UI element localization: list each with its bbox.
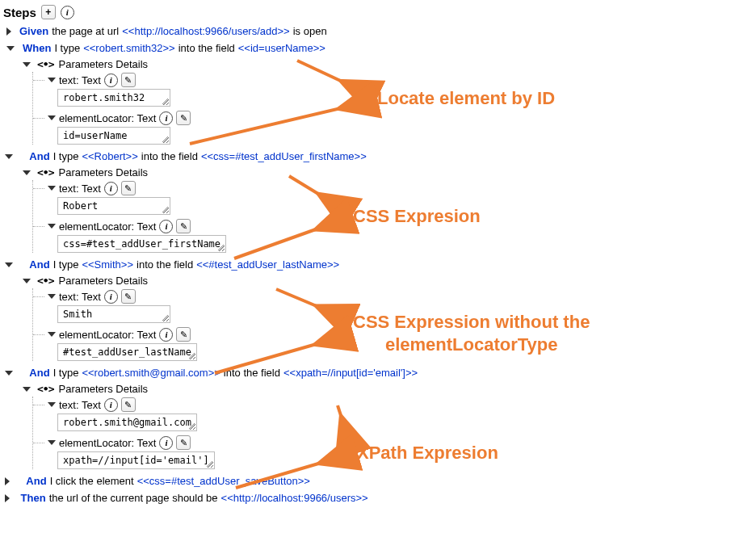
steps-header: Steps + i (3, 3, 756, 23)
step-keyword: And (21, 258, 50, 271)
info-icon[interactable]: i (104, 398, 118, 412)
step-keyword: Then (18, 492, 46, 504)
edit-button[interactable]: ✎ (176, 111, 191, 125)
info-icon[interactable]: i (159, 111, 173, 125)
step-param[interactable]: <<http://localhost:9966/users/add>> (122, 25, 289, 37)
param-text-label: text: Text (59, 291, 101, 303)
expand-toggle-icon[interactable] (48, 186, 56, 191)
param-locator-row: elementLocator: Text i✎#test_addUser_las… (33, 326, 756, 361)
param-text-value[interactable]: Smith (57, 305, 170, 323)
code-icon: <•> (37, 383, 53, 395)
param-text-row: text: Text i✎robert.smith32 (33, 72, 756, 107)
info-icon[interactable]: i (104, 182, 118, 195)
expand-toggle-icon[interactable] (48, 224, 56, 229)
step-keyword: When (23, 42, 51, 54)
step-row: And I type <<Smith>> into the field <<#t… (3, 256, 756, 273)
param-locator-value[interactable]: #test_addUser_lastName (57, 343, 197, 361)
param-text-value[interactable]: robert.smith32 (57, 89, 170, 107)
expand-toggle-icon[interactable] (48, 294, 56, 299)
parameters-details-label: Parameters Details (58, 58, 148, 70)
parameters-tree: text: Text i✎robert.smith@gmail.comeleme… (32, 397, 756, 469)
parameters-tree: text: Text i✎SmithelementLocator: Text i… (32, 288, 756, 361)
expand-toggle-icon[interactable] (5, 262, 13, 267)
edit-button[interactable]: ✎ (176, 219, 191, 233)
param-text-row: text: Text i✎Smith (33, 288, 756, 323)
expand-toggle-icon[interactable] (5, 477, 10, 485)
parameters-details-label: Parameters Details (58, 275, 148, 287)
param-locator-value[interactable]: id=userName (57, 127, 170, 145)
expand-toggle-icon[interactable] (6, 27, 11, 36)
step-row: And I click the element <<css=#test_addU… (3, 472, 756, 489)
edit-button[interactable]: ✎ (121, 289, 136, 304)
code-icon: <•> (37, 275, 53, 287)
param-locator-value[interactable]: xpath=//input[id='email'] (57, 451, 215, 469)
info-icon[interactable]: i (159, 328, 173, 342)
expand-toggle-icon[interactable] (23, 170, 31, 175)
expand-toggle-icon[interactable] (23, 387, 31, 392)
param-text-row: text: Text i✎Robert (33, 180, 756, 215)
param-locator-label: elementLocator: Text (59, 329, 156, 341)
parameters-details-header: <•>Parameters Details (23, 273, 756, 288)
step-keyword: And (21, 367, 50, 379)
info-icon[interactable]: i (104, 73, 118, 87)
step-keyword: Given (19, 25, 48, 37)
step-param[interactable]: <<css=#test_addUser_firstName>> (201, 150, 367, 162)
step-param[interactable]: <<Robert>> (82, 150, 137, 162)
step-text: into the field (136, 258, 193, 271)
expand-toggle-icon[interactable] (5, 154, 13, 159)
expand-toggle-icon[interactable] (5, 371, 13, 376)
step-text: I type (54, 42, 80, 54)
step-param[interactable]: <<xpath=//input[id='email']>> (284, 367, 418, 379)
add-step-button[interactable]: + (41, 5, 56, 19)
edit-button[interactable]: ✎ (176, 327, 191, 342)
step-param[interactable]: <<#test_addUser_lastName>> (196, 258, 339, 271)
expand-toggle-icon[interactable] (48, 440, 56, 445)
param-text-row: text: Text i✎robert.smith@gmail.com (33, 397, 756, 431)
expand-toggle-icon[interactable] (6, 46, 15, 51)
param-locator-row: elementLocator: Text i✎css=#test_addUser… (33, 218, 756, 253)
steps-title: Steps (3, 6, 36, 19)
expand-toggle-icon[interactable] (5, 494, 10, 502)
edit-button[interactable]: ✎ (121, 181, 136, 195)
param-text-value[interactable]: robert.smith@gmail.com (57, 414, 197, 431)
step-text: the url of the current page should be (49, 492, 218, 504)
expand-toggle-icon[interactable] (48, 332, 56, 337)
step-param[interactable]: <<css=#test_addUser_saveButton>> (137, 475, 310, 487)
code-icon: <•> (37, 58, 53, 70)
step-row: And I type <<robert.smith@gmail.com>> in… (3, 364, 756, 381)
code-icon: <•> (37, 166, 53, 178)
parameters-tree: text: Text i✎robert.smith32elementLocato… (32, 72, 756, 145)
step-param[interactable]: <<Smith>> (82, 258, 133, 271)
step-keyword: And (18, 475, 47, 487)
step-text: the page at url (52, 25, 119, 37)
step-text: into the field (178, 42, 235, 54)
expand-toggle-icon[interactable] (48, 78, 56, 82)
edit-button[interactable]: ✎ (176, 435, 191, 450)
step-param[interactable]: <<robert.smith32>> (83, 42, 174, 54)
edit-button[interactable]: ✎ (121, 397, 136, 412)
step-row: When I type <<robert.smith32>> into the … (3, 40, 756, 57)
step-param[interactable]: <<robert.smith@gmail.com>> (82, 367, 220, 379)
parameters-tree: text: Text i✎RobertelementLocator: Text … (32, 180, 756, 253)
info-icon[interactable]: i (104, 290, 118, 304)
expand-toggle-icon[interactable] (23, 279, 31, 283)
param-locator-value[interactable]: css=#test_addUser_firstName (57, 235, 226, 253)
parameters-details-label: Parameters Details (58, 166, 148, 178)
step-param[interactable]: <<id=userName>> (238, 42, 326, 54)
param-locator-row: elementLocator: Text i✎id=userName (33, 110, 756, 145)
parameters-details-header: <•>Parameters Details (23, 381, 756, 397)
expand-toggle-icon[interactable] (48, 402, 56, 407)
param-locator-label: elementLocator: Text (59, 220, 156, 233)
info-icon[interactable]: i (159, 220, 173, 233)
edit-button[interactable]: ✎ (121, 73, 136, 87)
param-text-value[interactable]: Robert (57, 197, 170, 215)
expand-toggle-icon[interactable] (23, 62, 31, 67)
expand-toggle-icon[interactable] (48, 115, 56, 120)
info-icon[interactable]: i (61, 6, 74, 19)
step-text: is open (293, 25, 327, 37)
param-text-label: text: Text (59, 183, 101, 195)
info-icon[interactable]: i (159, 436, 173, 450)
step-param[interactable]: <<http://localhost:9966/users>> (221, 492, 368, 504)
param-text-label: text: Text (59, 74, 101, 86)
step-row: And I type <<Robert>> into the field <<c… (3, 148, 756, 165)
